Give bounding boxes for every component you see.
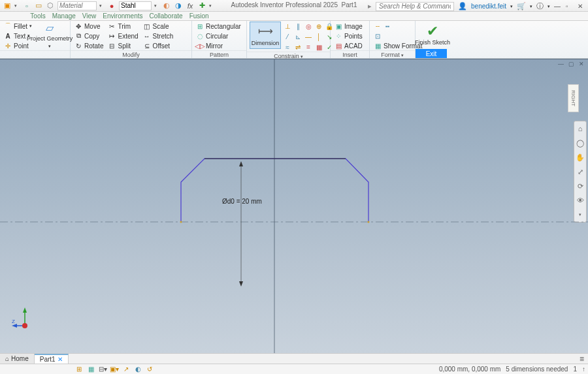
constraint-show-icon[interactable]: ▦ — [314, 42, 323, 52]
project-geometry-button[interactable]: ▱ Project Geometry ▾ — [35, 22, 64, 49]
tab-home[interactable]: ⌂Home — [0, 354, 35, 364]
tab-fusion[interactable]: Fusion — [189, 12, 209, 20]
qat-icon-2[interactable]: ◑ — [174, 1, 183, 10]
constraint-collinear-icon[interactable]: ∥ — [293, 22, 302, 31]
new-icon[interactable]: ▫ — [22, 1, 31, 10]
constraint-smooth-icon[interactable]: ≈ — [283, 42, 292, 52]
status-filter-icon[interactable]: ↑ — [582, 366, 585, 373]
help-icon[interactable]: ⓘ — [536, 1, 544, 11]
constraint-coincident-icon[interactable]: ⊥ — [283, 22, 292, 31]
tab-sketch[interactable] — [14, 12, 16, 20]
tab-manage[interactable]: Manage — [52, 12, 76, 20]
open-icon[interactable]: ▭ — [34, 1, 43, 10]
panel-format-label[interactable]: Format — [370, 50, 415, 59]
globe-icon[interactable]: ⬡ — [46, 1, 55, 10]
rectangular-button[interactable]: ⊞Rectangular — [195, 22, 242, 31]
rotate-button[interactable]: ↻Rotate — [73, 41, 105, 50]
sketch-canvas[interactable]: — ▢ ✕ RIGHT ⌂ ◯ ✋ ⤢ ⟳ 👁 ▾ Ød0 = 20 mm Z — [0, 59, 588, 353]
tab-view[interactable]: View — [82, 12, 97, 20]
svg-point-6 — [180, 221, 182, 223]
copy-button[interactable]: ⧉Copy — [73, 31, 105, 40]
user-name[interactable]: benedikt.feit — [471, 3, 506, 10]
cart-dd-icon[interactable]: ▾ — [530, 4, 532, 9]
dimension-label[interactable]: Ød0 = 20 mm — [222, 198, 262, 205]
qat-icon-1[interactable]: ◐ — [162, 1, 171, 10]
style-dd-icon[interactable]: ▾ — [154, 3, 159, 8]
window-title: Autodesk Inventor Professional 2025 Part… — [231, 1, 357, 8]
dimension-button[interactable]: ⟼ Dimension — [250, 22, 281, 49]
status-constraints-icon[interactable]: ↗ — [122, 365, 131, 374]
constraint-equal-icon[interactable]: = — [304, 42, 313, 52]
tabs-menu-icon[interactable]: ≡ — [576, 354, 588, 364]
constraint-parallel-icon[interactable]: ∕ — [283, 32, 292, 41]
tab-annotate[interactable] — [22, 12, 24, 20]
status-grid-icon[interactable]: ▦ — [86, 365, 95, 374]
status-icons: ⊞ ▦ ⊟▾ ▣▾ ↗ ◐ ↺ — [74, 365, 154, 374]
extend-button[interactable]: ↦Extend — [106, 31, 139, 40]
offset-icon: ⊆ — [143, 42, 151, 50]
text-icon: A — [4, 32, 12, 40]
constraint-vert-icon[interactable]: │ — [314, 32, 323, 41]
constraint-concentric-icon[interactable]: ◎ — [304, 22, 313, 31]
app-icon[interactable]: ▣ — [3, 1, 12, 10]
cart-icon[interactable]: 🛒 — [517, 2, 526, 10]
material-input[interactable] — [57, 1, 97, 10]
tab-close-icon[interactable]: ✕ — [57, 356, 63, 363]
qat-dd-icon[interactable]: ▾ — [14, 3, 20, 8]
point-button[interactable]: ✛Point — [3, 41, 33, 50]
style-input[interactable] — [119, 1, 152, 10]
constraint-sym-icon[interactable]: ⇌ — [293, 42, 302, 52]
stretch-icon: ↔ — [143, 32, 151, 40]
svg-point-7 — [368, 221, 370, 223]
circular-button[interactable]: ◌Circular — [195, 31, 242, 40]
tab-collaborate[interactable]: Collaborate — [149, 12, 182, 20]
qat-overflow-icon[interactable]: ▾ — [209, 3, 214, 8]
panel-pattern: ⊞Rectangular ◌Circular ◁▷Mirror Pattern — [192, 21, 247, 58]
image-icon: ▣ — [335, 22, 342, 30]
fillet-button[interactable]: ⌒Fillet▾ — [3, 22, 33, 31]
minimize-button[interactable]: — — [554, 3, 562, 10]
offset-button[interactable]: ⊆Offset — [142, 41, 175, 50]
user-icon: 👤 — [458, 2, 467, 10]
svg-marker-5 — [239, 281, 243, 287]
move-button[interactable]: ✥Move — [73, 22, 105, 31]
status-show-icon[interactable]: ◐ — [133, 365, 142, 374]
close-button[interactable]: ✕ — [578, 3, 585, 10]
tab-tools[interactable]: Tools — [30, 12, 45, 20]
project-geometry-icon: ▱ — [43, 22, 56, 34]
restore-button[interactable]: ▫ — [566, 3, 574, 10]
construction-icon: ╌ — [374, 22, 382, 30]
stretch-button[interactable]: ↔Stretch — [142, 31, 175, 40]
status-image-icon[interactable]: ▣▾ — [110, 365, 119, 374]
tab-environments[interactable]: Environments — [103, 12, 142, 20]
panel-create: ⌒Fillet▾ AText▾ ✛Point ▱ Project Geometr… — [0, 21, 71, 58]
showformat-icon: ▦ — [374, 42, 382, 50]
constraint-perp-icon[interactable]: ⊾ — [293, 32, 302, 41]
status-relax-icon[interactable]: ↺ — [145, 365, 154, 374]
mirror-button[interactable]: ◁▷Mirror — [195, 41, 242, 50]
fx-icon[interactable]: fx — [186, 1, 195, 10]
material-dd-icon[interactable]: ▾ — [99, 3, 105, 8]
panel-modify-label[interactable]: Modify — [71, 50, 191, 59]
split-icon: ⊟ — [108, 42, 116, 50]
tab-part1[interactable]: Part1✕ — [35, 354, 69, 364]
finish-sketch-button[interactable]: ✔ Finish Sketch — [418, 22, 447, 49]
image-button[interactable]: ▣Image — [333, 22, 364, 31]
user-dd-icon[interactable]: ▾ — [510, 4, 513, 9]
search-input[interactable] — [376, 2, 454, 11]
constraint-horiz-icon[interactable]: — — [304, 32, 313, 41]
split-button[interactable]: ⊟Split — [106, 41, 139, 50]
tab-3dmodel[interactable] — [5, 12, 7, 20]
appearance-icon[interactable]: ● — [107, 1, 116, 10]
constraint-fix-icon[interactable]: ⊕ — [314, 22, 323, 31]
status-slice-icon[interactable]: ⊟▾ — [98, 365, 107, 374]
scale-button[interactable]: ◫Scale — [142, 22, 175, 31]
help-dd-icon[interactable]: ▾ — [547, 4, 550, 9]
exit-button[interactable]: Exit — [416, 49, 447, 58]
status-snap-icon[interactable]: ⊞ — [74, 365, 84, 374]
qat-plus-icon[interactable]: ✚ — [197, 1, 206, 10]
points-button[interactable]: ⁘Points — [333, 31, 364, 40]
acad-button[interactable]: ▤ACAD — [333, 41, 364, 50]
points-icon: ⁘ — [335, 32, 342, 40]
trim-button[interactable]: ✂Trim — [106, 22, 139, 31]
